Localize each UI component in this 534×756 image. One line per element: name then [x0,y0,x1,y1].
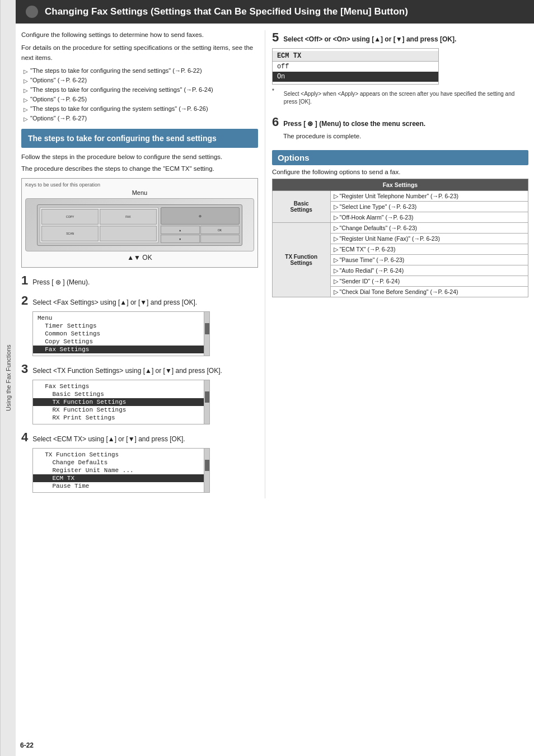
menu-row: Timer Settings [33,322,209,330]
table-cell: ▷ "Change Defaults" (→P. 6-23) [330,223,528,234]
step-3: 3 Select <TX Function Settings> using [▲… [21,362,258,424]
table-ref-text: "Off-Hook Alarm" (→P. 6-23) [340,214,414,221]
sidebar: Using the Fax Functions [0,0,16,756]
step-6-text: Press [ ⊛ ] (Menu) to close the menu scr… [283,119,425,129]
table-ref-icon: ▷ [334,235,338,242]
ref-icon-1: ▷ [24,77,28,85]
table-header: Fax Settings [272,179,528,191]
page-title: Changing Fax Settings (Settings that Can… [45,6,408,17]
scroll-bar [204,449,209,492]
table-ref-text: "Pause Time" (→P. 6-23) [340,256,405,263]
page-number: 6-22 [20,741,34,749]
step-6-sub: The procedure is complete. [283,132,528,141]
options-intro: Configure the following options to send … [272,169,528,175]
ref-icon-0: ▷ [24,67,28,76]
keys-label: Keys to be used for this operation [25,182,254,188]
machine-menu-label: Menu [25,189,254,196]
ecm-on-row: On [273,72,438,82]
menu-row: Basic Settings [33,390,209,398]
menu-row: RX Print Settings [33,414,209,422]
options-title: Options [272,150,528,165]
table-cell: ▷ "Select Line Type" (→P. 6-23) [330,202,528,212]
menu-row-selected: TX Function Settings [33,398,209,406]
header-bullet-icon [26,6,38,18]
table-ref-icon: ▷ [334,256,338,263]
table-ref-icon: ▷ [334,203,338,210]
menu-row: Register Unit Name ... [33,466,209,474]
right-column: 5 Select <Off> or <On> using [▲] or [▼] … [265,30,528,498]
step-4: 4 Select <ECM TX> using [▲] or [▼] and p… [21,430,258,493]
ref-item-2: ▷ "The steps to take for configuring the… [24,85,258,95]
step-2: 2 Select <Fax Settings> using [▲] or [▼]… [21,293,258,356]
table-cell: ▷ "Check Dial Tone Before Sending" (→P. … [330,287,528,297]
ref-icon-4: ▷ [24,105,28,114]
table-ref-icon: ▷ [334,246,338,253]
table-ref-text: "Register Unit Telephone Number" (→P. 6-… [340,193,459,199]
step-1-number: 1 [21,273,28,288]
step-3-text: Select <TX Function Settings> using [▲] … [32,366,222,376]
table-ref-text: "ECM TX" (→P. 6-23) [340,246,396,253]
ref-item-5: ▷ "Options" (→P. 6-27) [24,114,258,123]
menu-row: Common Settings [33,330,209,338]
menu-row: Change Defaults [33,459,209,466]
table-cell: ▷ "Off-Hook Alarm" (→P. 6-23) [330,212,528,223]
table-ref-text: "Auto Redial" (→P. 6-24) [340,267,404,274]
table-ref-text: "Sender ID" (→P. 6-24) [340,278,400,284]
menu-row: TX Function Settings [33,451,209,459]
intro-para2: For details on the procedure for setting… [21,43,258,63]
scroll-thumb [205,391,209,403]
step-2-text: Select <Fax Settings> using [▲] or [▼] a… [32,298,197,307]
step-5-number: 5 [272,30,279,45]
ref-text-4: "The steps to take for configuring the s… [30,104,208,114]
table-ref-text: "Change Defaults" (→P. 6-23) [340,225,418,231]
table-cell: ▷ "Register Unit Name (Fax)" (→P. 6-23) [330,234,528,244]
basic-settings-header: BasicSettings [272,191,330,223]
follow-text-2: The procedure describes the steps to cha… [21,164,258,174]
step-6-number: 6 [272,115,279,129]
machine-sim: COPY FAX SCAN ⊛ ▲ OK ▼ [25,198,254,251]
ref-text-1: "Options" (→P. 6-22) [30,76,87,85]
menu-row-selected: ECM TX [33,474,209,482]
step-1-text: Press [ ⊛ ] (Menu). [32,278,90,287]
ref-item-3: ▷ "Options" (→P. 6-25) [24,95,258,104]
scroll-thumb [205,323,209,334]
table-cell: ▷ "Sender ID" (→P. 6-24) [330,276,528,287]
step-5: 5 Select <Off> or <On> using [▲] or [▼] … [272,30,528,106]
follow-text-1: Follow the steps in the procedure below … [21,152,258,162]
scroll-bar [204,312,209,356]
ecm-box: ECM TX off On [272,48,439,85]
page-header: Changing Fax Settings (Settings that Can… [16,0,534,24]
step-4-number: 4 [21,430,28,445]
step-2-number: 2 [21,293,28,308]
section-send-title: The steps to take for configuring the se… [21,129,258,148]
table-cell: ▷ "Auto Redial" (→P. 6-24) [330,265,528,276]
menu-row: RX Function Settings [33,406,209,414]
note-asterisk: * [272,88,274,94]
table-ref-text: "Check Dial Tone Before Sending" (→P. 6-… [340,288,458,295]
ref-text-2: "The steps to take for configuring the r… [30,85,213,95]
step-3-menu: Fax Settings Basic Settings TX Function … [32,380,210,424]
menu-row: Copy Settings [33,338,209,346]
table-ref-icon: ▷ [334,267,338,274]
scroll-thumb [205,460,209,471]
step-3-number: 3 [21,362,28,376]
ref-icon-2: ▷ [24,86,28,95]
table-cell: ▷ "Pause Time" (→P. 6-23) [330,255,528,265]
ref-item-1: ▷ "Options" (→P. 6-22) [24,76,258,85]
table-ref-icon: ▷ [334,193,338,199]
left-column: Configure the following settings to dete… [21,30,265,498]
ref-item-0: ▷ "The steps to take for configuring the… [24,66,258,76]
table-cell: ▷ "Register Unit Telephone Number" (→P. … [330,191,528,202]
ref-text-5: "Options" (→P. 6-27) [30,114,87,123]
step-6: 6 Press [ ⊛ ] (Menu) to close the menu s… [272,115,528,141]
table-ref-text: "Register Unit Name (Fax)" (→P. 6-23) [340,235,440,242]
menu-row-selected: Fax Settings [33,346,209,353]
nav-label: ▲▼ OK [25,254,254,262]
scroll-bar [204,380,209,424]
menu-row: Pause Time [33,482,209,490]
ref-item-4: ▷ "The steps to take for configuring the… [24,104,258,114]
ref-icon-5: ▷ [24,115,28,123]
note-text: Select <Apply> when <Apply> appears on t… [277,90,528,106]
table-ref-icon: ▷ [334,225,338,231]
ref-text-3: "Options" (→P. 6-25) [30,95,87,104]
